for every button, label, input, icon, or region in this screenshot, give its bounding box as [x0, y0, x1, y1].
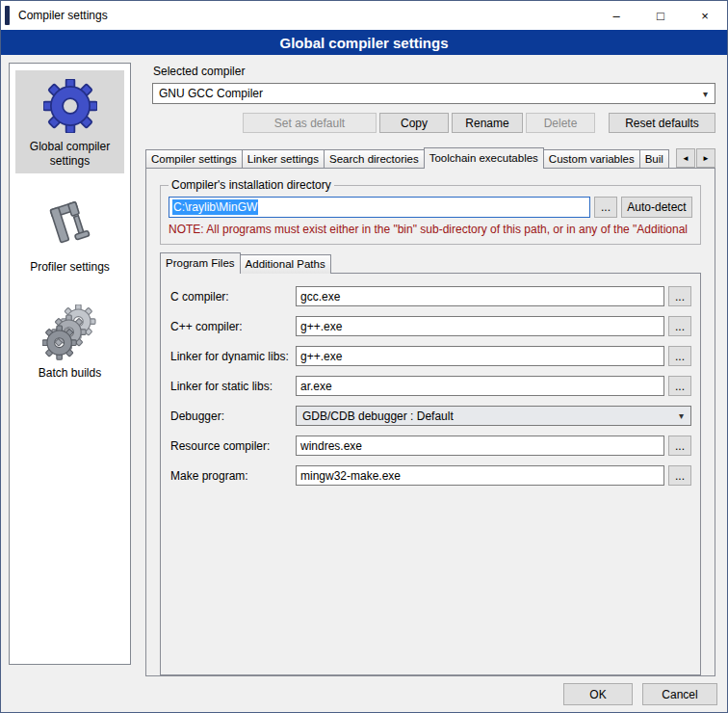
- linker-dynamic-browse-button[interactable]: ...: [668, 346, 691, 366]
- form-row: Linker for static libs: ...: [170, 376, 691, 396]
- linker-dynamic-label: Linker for dynamic libs:: [170, 350, 296, 363]
- form-row: Resource compiler: ...: [170, 436, 691, 456]
- page-title: Global compiler settings: [1, 30, 727, 55]
- linker-static-browse-button[interactable]: ...: [668, 376, 691, 396]
- tab-linker-settings[interactable]: Linker settings: [242, 149, 325, 169]
- form-row: Linker for dynamic libs: ...: [170, 346, 691, 366]
- make-program-browse-button[interactable]: ...: [668, 465, 691, 486]
- window-title: Compiler settings: [18, 9, 108, 22]
- linker-dynamic-input[interactable]: [296, 346, 664, 366]
- rename-button[interactable]: Rename: [452, 113, 523, 133]
- sidebar-item-label: Batch builds: [17, 366, 122, 381]
- install-dir-groupbox: Compiler's installation directory C:\ray…: [160, 178, 701, 245]
- resource-compiler-browse-button[interactable]: ...: [668, 436, 691, 456]
- install-dir-group-title: Compiler's installation directory: [169, 178, 334, 192]
- minimize-button[interactable]: –: [594, 1, 638, 30]
- chevron-down-icon: ▾: [674, 410, 689, 421]
- tab-strip: Compiler settings Linker settings Search…: [145, 147, 715, 169]
- spacer: [152, 113, 240, 133]
- cpp-compiler-browse-button[interactable]: ...: [668, 316, 691, 336]
- maximize-button[interactable]: □: [638, 1, 683, 30]
- sidebar-item-label: Profiler settings: [17, 260, 122, 275]
- sidebar-item-batch-builds[interactable]: Batch builds: [15, 297, 124, 385]
- c-compiler-input[interactable]: [296, 286, 664, 306]
- compiler-actions-row: Set as default Copy Rename Delete Reset …: [152, 113, 715, 133]
- selected-compiler-dropdown[interactable]: GNU GCC Compiler ▾: [152, 83, 715, 104]
- main-area: Selected compiler GNU GCC Compiler ▾ Set…: [145, 59, 715, 676]
- tab-search-directories[interactable]: Search directories: [324, 149, 425, 169]
- sub-tab-strip: Program Files Additional Paths: [160, 253, 715, 274]
- tab-scrollers: ◄ ►: [675, 148, 715, 168]
- cpp-compiler-input[interactable]: [296, 316, 664, 336]
- blue-gear-icon: [17, 77, 122, 135]
- toolchain-executables-panel: Compiler's installation directory C:\ray…: [145, 168, 715, 676]
- resource-compiler-label: Resource compiler:: [170, 439, 296, 453]
- subtab-program-files[interactable]: Program Files: [160, 252, 241, 274]
- install-dir-input[interactable]: C:\raylib\MinGW: [169, 197, 590, 218]
- delete-button: Delete: [526, 113, 595, 133]
- compiler-settings-dialog: Compiler settings – □ × Global compiler …: [0, 0, 728, 713]
- tab-custom-variables[interactable]: Custom variables: [543, 149, 640, 169]
- form-row: C compiler: ...: [170, 286, 691, 306]
- make-program-label: Make program:: [170, 469, 296, 483]
- debugger-value: GDB/CDB debugger : Default: [302, 409, 454, 423]
- window-controls: – □ ×: [594, 1, 727, 30]
- c-compiler-browse-button[interactable]: ...: [668, 286, 691, 306]
- app-icon: [5, 6, 10, 25]
- sidebar-item-profiler-settings[interactable]: Profiler settings: [15, 191, 124, 279]
- program-files-panel: C compiler: ... C++ compiler: ... Linker…: [160, 273, 701, 675]
- reset-defaults-button[interactable]: Reset defaults: [609, 113, 715, 133]
- selected-compiler-label: Selected compiler: [153, 65, 715, 78]
- tab-scroll-right-button[interactable]: ►: [696, 148, 715, 168]
- chevron-down-icon: ▾: [698, 89, 713, 99]
- set-as-default-button: Set as default: [243, 113, 377, 133]
- sidebar-item-global-compiler-settings[interactable]: Global compiler settings: [15, 70, 124, 173]
- auto-detect-button[interactable]: Auto-detect: [621, 197, 692, 218]
- ok-button[interactable]: OK: [563, 683, 633, 705]
- tab-toolchain-executables[interactable]: Toolchain executables: [424, 147, 544, 169]
- linker-static-input[interactable]: [296, 376, 664, 396]
- linker-static-label: Linker for static libs:: [170, 380, 296, 393]
- settings-sidebar: Global compiler settings Profiler settin…: [9, 63, 131, 665]
- cpp-compiler-label: C++ compiler:: [170, 320, 296, 333]
- tab-scroll-left-button[interactable]: ◄: [676, 148, 695, 168]
- selected-compiler-value: GNU GCC Compiler: [159, 87, 263, 100]
- install-dir-row: C:\raylib\MinGW ... Auto-detect: [169, 197, 692, 218]
- copy-button[interactable]: Copy: [379, 113, 449, 133]
- tab-compiler-settings[interactable]: Compiler settings: [145, 149, 243, 169]
- debugger-label: Debugger:: [170, 409, 296, 423]
- cancel-button[interactable]: Cancel: [642, 683, 717, 705]
- install-dir-note: NOTE: All programs must exist either in …: [169, 223, 692, 236]
- form-row: Debugger: GDB/CDB debugger : Default ▾: [170, 406, 691, 426]
- install-dir-browse-button[interactable]: ...: [594, 197, 617, 218]
- install-dir-value: C:\raylib\MinGW: [172, 199, 258, 215]
- subtab-additional-paths[interactable]: Additional Paths: [240, 254, 331, 274]
- sidebar-item-label: Global compiler settings: [17, 140, 122, 169]
- clamp-tool-icon: [17, 198, 122, 255]
- debugger-dropdown[interactable]: GDB/CDB debugger : Default ▾: [296, 406, 691, 426]
- title-bar[interactable]: Compiler settings – □ ×: [1, 1, 727, 30]
- form-row: C++ compiler: ...: [170, 316, 691, 336]
- form-row: Make program: ...: [170, 465, 691, 486]
- close-button[interactable]: ×: [683, 1, 727, 30]
- make-program-input[interactable]: [296, 465, 664, 486]
- stacked-gears-icon: [17, 304, 122, 361]
- resource-compiler-input[interactable]: [296, 436, 664, 456]
- dialog-footer: OK Cancel: [563, 683, 717, 705]
- tab-build-options[interactable]: Buil: [639, 149, 669, 169]
- c-compiler-label: C compiler:: [170, 290, 296, 304]
